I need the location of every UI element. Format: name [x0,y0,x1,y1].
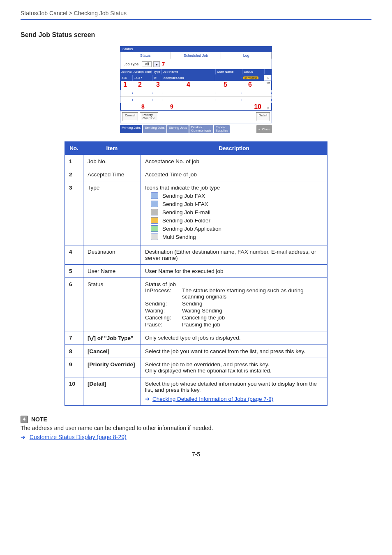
status-val: Pausing the job [182,321,323,328]
row-desc: Destination (Either destination name, FA… [141,245,327,265]
cell-time: 14:47 [133,75,152,81]
description-table: No. Item Description 1Job No.Acceptance … [65,141,327,406]
jobtype-icon [151,225,158,232]
row-item: [Cancel] [83,345,141,358]
foot-close[interactable]: ↲Close [256,125,272,133]
status-val: The status before starting sending such … [182,287,323,300]
row-desc: Select the job to be overridden, and pre… [141,358,327,377]
row-no: 8 [65,345,83,358]
marker-1: 1 [123,81,127,88]
col-name: Job Name [162,69,216,74]
scroll-up-icon[interactable]: ∧ [264,75,272,81]
icon-label: Sending Job E-mail [162,209,210,215]
col-jobno: Job No. [120,69,132,74]
note-link[interactable]: Customize Status Display (page 8-29) [30,434,127,440]
cell-user [215,77,242,79]
note-icon: ✦ [21,416,28,423]
marker-7: 7 [161,61,165,67]
row-item: User Name [83,265,141,278]
status-key: InProcess: [145,287,182,300]
row-no: 2 [65,168,83,181]
icon-label: Sending Job Application [162,226,221,232]
icon-label: Sending Job FAX [162,193,205,199]
cell-name: abc@def.com [162,75,215,81]
col-user: User Name [216,69,242,74]
marker-3: 3 [156,81,160,88]
page-indicator: 1/1 [266,82,270,85]
status-key: Sending: [145,301,182,307]
foot-paper[interactable]: Paper/ Supplies [214,125,230,133]
detail-button[interactable]: Detail [256,112,270,121]
col-type: Type [152,69,162,74]
marker-6: 6 [248,81,252,88]
foot-printing[interactable]: Printing Jobs [120,125,142,133]
marker-4: 4 [187,81,190,88]
panel-header: Status [120,46,272,52]
status-key: Waiting: [145,308,182,314]
arrow-icon: ➔ [145,396,150,402]
detail-link[interactable]: Checking Detailed Information of Jobs (p… [152,396,273,402]
row-no: 10 [65,377,83,406]
col-status: Status [242,69,265,74]
foot-storing[interactable]: Storing Jobs [167,125,189,133]
row-no: 3 [65,181,83,245]
jobtype-icon [151,192,158,199]
jobtype-select[interactable]: All [142,61,152,67]
marker-5: 5 [224,81,227,88]
row-no: 6 [65,278,83,331]
jobtype-icon [151,201,158,207]
status-key: Pause: [145,321,182,328]
tab-scheduled[interactable]: Scheduled Job [171,52,221,59]
arrow-icon: ➔ [21,434,25,440]
jobtype-icon [151,234,158,240]
row-item: Type [83,181,141,245]
row-no: 4 [65,245,83,265]
row-no: 1 [65,155,83,168]
marker-10: 10 [254,103,261,111]
row-item: [Detail] [83,377,141,406]
row-item: Destination [83,245,141,265]
row-item: Job No. [83,155,141,168]
cancel-button[interactable]: Cancel [122,112,138,121]
marker-8: 8 [141,103,145,110]
job-row[interactable]: 438 14:47 ✉ abc@def.com InProcess ∧ [120,74,272,81]
jobtype-dropdown-icon[interactable]: ▾ [153,61,160,67]
row-desc: Only selected type of jobs is displayed. [141,331,327,345]
breadcrumb: Status/Job Cancel > Checking Job Status [21,10,371,20]
note-heading: NOTE [31,416,47,423]
col-time: Accept Time [132,69,152,74]
jobtype-icon [151,217,158,224]
row-desc: Select the job you want to cancel from t… [141,345,327,358]
icon-label: Sending Job i-FAX [162,201,208,207]
section-title: Send Job Status screen [21,31,371,39]
row-item: [⋁] of "Job Type" [83,331,141,345]
jobtype-label: Job Type [122,62,140,66]
marker-9: 9 [170,103,173,110]
page-number: 7-5 [21,451,371,458]
row-no: 7 [65,331,83,345]
tab-status[interactable]: Status [120,52,171,59]
note-text: The address and user name can be changed… [21,425,371,431]
priority-override-button[interactable]: Priority Override [140,112,158,121]
row-item: Accepted Time [83,168,141,181]
cell-no: 438 [120,75,133,81]
th-no: No. [65,142,83,155]
icon-label: Sending Job Folder [162,217,210,224]
scroll-down-icon[interactable]: ∨ [267,106,270,110]
th-item: Item [83,142,141,155]
tab-log[interactable]: Log [221,52,272,59]
cell-type-icon: ✉ [152,75,162,81]
row-desc: Status of jobInProcess:The status before… [141,278,327,331]
row-desc: Icons that indicate the job typeSending … [141,181,327,245]
jobtype-icon [151,209,158,215]
row-item: [Priority Override] [83,358,141,377]
status-val: Canceling the job [182,314,323,321]
cell-status: InProcess [242,75,264,81]
icon-label: Multi Sending [162,234,196,240]
foot-sending[interactable]: Sending Jobs [143,125,166,133]
foot-device[interactable]: Device/ Communicate [189,125,213,133]
row-item: Status [83,278,141,331]
row-no: 5 [65,265,83,278]
marker-2: 2 [138,81,142,88]
row-desc: Accepted Time of job [141,168,327,181]
